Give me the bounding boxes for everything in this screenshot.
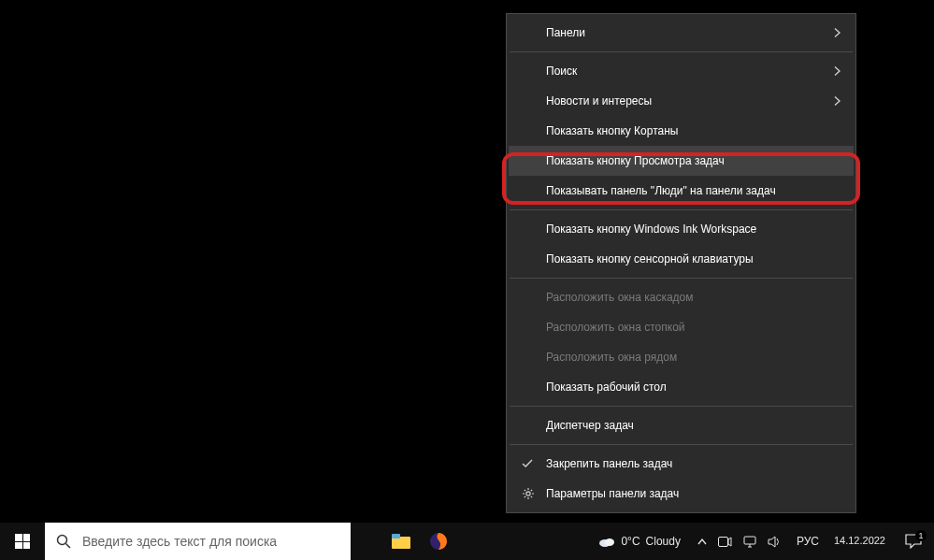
menu-item-task-manager[interactable]: Диспетчер задач: [509, 410, 854, 440]
menu-item-touch-keyboard[interactable]: Показать кнопку сенсорной клавиатуры: [509, 244, 854, 274]
folder-icon: [392, 534, 410, 549]
menu-item-label: Закрепить панель задач: [546, 457, 672, 470]
menu-item-news[interactable]: Новости и интересы: [509, 86, 854, 116]
chevron-right-icon: [834, 66, 841, 77]
start-button[interactable]: [0, 523, 45, 560]
menu-item-stacked: Расположить окна стопкой: [509, 312, 854, 342]
menu-item-taskview[interactable]: Показать кнопку Просмотра задач: [509, 146, 854, 176]
firefox-icon: [429, 532, 448, 551]
taskbar-app-firefox[interactable]: [420, 523, 457, 560]
menu-item-label: Показать рабочий стол: [546, 381, 667, 394]
menu-item-side-by-side: Расположить окна рядом: [509, 342, 854, 372]
weather-temp: 0°C: [621, 535, 639, 548]
tray-volume-icon[interactable]: [768, 536, 782, 548]
menu-item-label: Показать кнопку Просмотра задач: [546, 154, 725, 167]
menu-separator: [510, 278, 853, 279]
menu-item-label: Показать кнопку Windows Ink Workspace: [546, 223, 756, 236]
menu-item-cascade: Расположить окна каскадом: [509, 282, 854, 312]
search-placeholder: Введите здесь текст для поиска: [82, 534, 277, 549]
menu-separator: [510, 51, 853, 52]
menu-item-label: Расположить окна стопкой: [546, 321, 685, 334]
menu-separator: [510, 209, 853, 210]
gear-icon: [522, 487, 535, 500]
tray-datetime[interactable]: 14.12.2022: [826, 535, 893, 547]
menu-item-lock-taskbar[interactable]: Закрепить панель задач: [509, 449, 854, 479]
menu-item-label: Диспетчер задач: [546, 419, 634, 432]
menu-item-label: Показать кнопку Кортаны: [546, 124, 678, 137]
tray-language[interactable]: РУС: [789, 535, 826, 548]
svg-rect-9: [744, 537, 755, 544]
menu-item-search[interactable]: Поиск: [509, 56, 854, 86]
svg-rect-8: [718, 537, 727, 546]
menu-item-people[interactable]: Показывать панель "Люди" на панели задач: [509, 176, 854, 206]
menu-item-label: Параметры панели задач: [546, 487, 679, 500]
menu-item-taskbar-settings[interactable]: Параметры панели задач: [509, 479, 854, 509]
taskbar: Введите здесь текст для поиска 0°C Cloud…: [0, 523, 934, 560]
weather-text: Cloudy: [646, 535, 681, 548]
svg-line-2: [66, 544, 71, 549]
menu-item-panels[interactable]: Панели: [509, 18, 854, 48]
check-icon: [522, 459, 533, 468]
menu-item-label: Показать кнопку сенсорной клавиатуры: [546, 252, 754, 266]
tray-date: 14.12.2022: [834, 535, 885, 547]
cloud-icon: [598, 535, 615, 548]
system-tray: 0°C Cloudy РУС 14.12.2022: [589, 523, 934, 560]
svg-point-1: [58, 536, 67, 545]
menu-item-ink[interactable]: Показать кнопку Windows Ink Workspace: [509, 214, 854, 244]
menu-item-label: Новости и интересы: [546, 94, 652, 108]
tray-action-center[interactable]: 1: [893, 534, 934, 549]
menu-separator: [510, 406, 853, 407]
tray-weather[interactable]: 0°C Cloudy: [589, 535, 690, 548]
svg-rect-4: [392, 534, 400, 538]
svg-point-7: [605, 538, 614, 546]
chevron-right-icon: [834, 96, 841, 107]
svg-point-0: [526, 492, 530, 495]
language-label: РУС: [797, 535, 819, 548]
tray-chevron-up-icon[interactable]: [697, 538, 707, 545]
menu-item-label: Расположить окна каскадом: [546, 291, 694, 304]
menu-item-label: Поиск: [546, 65, 577, 78]
search-icon: [56, 534, 71, 549]
windows-logo-icon: [15, 534, 30, 549]
taskbar-app-file-explorer[interactable]: [382, 523, 420, 560]
menu-item-cortana[interactable]: Показать кнопку Кортаны: [509, 116, 854, 146]
taskbar-context-menu: Панели Поиск Новости и интересы Показать…: [506, 13, 856, 513]
menu-separator: [510, 444, 853, 445]
menu-item-label: Показывать панель "Люди" на панели задач: [546, 184, 776, 197]
chevron-right-icon: [834, 28, 841, 38]
tray-network-icon[interactable]: [743, 536, 756, 548]
menu-item-label: Расположить окна рядом: [546, 351, 677, 364]
menu-item-label: Панели: [546, 26, 585, 39]
menu-item-show-desktop[interactable]: Показать рабочий стол: [509, 372, 854, 402]
taskbar-search[interactable]: Введите здесь текст для поиска: [45, 523, 351, 560]
tray-meet-now-icon[interactable]: [718, 537, 732, 547]
notif-badge: 1: [915, 530, 927, 541]
